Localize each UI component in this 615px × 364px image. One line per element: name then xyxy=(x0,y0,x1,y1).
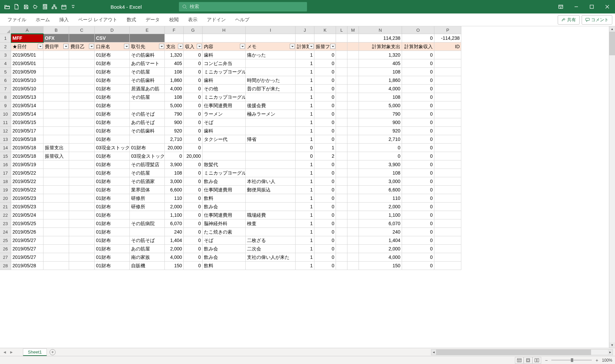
cell[interactable]: 仕事関連費用 xyxy=(203,211,246,219)
cell[interactable]: 0 xyxy=(402,127,434,135)
cell[interactable]: 790 xyxy=(165,110,184,118)
cell[interactable]: 1 xyxy=(296,245,314,253)
cell[interactable]: 0 xyxy=(402,68,434,76)
cell[interactable] xyxy=(246,169,296,177)
close-button[interactable] xyxy=(599,0,615,13)
header-cell[interactable]: 計算対 xyxy=(296,42,314,51)
header-cell[interactable]: 支出 xyxy=(165,42,184,51)
cell[interactable]: 0 xyxy=(184,211,203,219)
cell[interactable] xyxy=(43,236,69,245)
cell[interactable]: 歯科 xyxy=(203,76,246,85)
cell[interactable]: 時間がかかった xyxy=(246,76,296,85)
cell[interactable]: 0 xyxy=(402,262,434,270)
cell[interactable]: 150 xyxy=(359,262,402,270)
cell[interactable] xyxy=(203,144,246,152)
row-header[interactable]: 1 xyxy=(0,34,11,42)
cell[interactable] xyxy=(347,186,359,194)
row-header[interactable]: 7 xyxy=(0,85,11,93)
cell[interactable]: 1 xyxy=(314,144,336,152)
cell[interactable]: 本社の偉い人 xyxy=(246,177,296,186)
cell[interactable]: 0 xyxy=(359,152,402,160)
filter-dropdown-icon[interactable] xyxy=(124,44,129,49)
cell[interactable]: 0 xyxy=(314,110,336,118)
cell[interactable]: 帰省 xyxy=(246,135,296,144)
cell[interactable] xyxy=(347,101,359,110)
filter-dropdown-icon[interactable] xyxy=(197,44,202,49)
cell[interactable]: 0 xyxy=(402,160,434,169)
cell[interactable] xyxy=(246,152,296,160)
cell[interactable] xyxy=(203,34,246,42)
cell[interactable]: 2019/05/01 xyxy=(11,59,43,68)
cell[interactable]: 01財布 xyxy=(95,228,130,236)
cell[interactable] xyxy=(246,160,296,169)
header-cell[interactable]: 費目甲 xyxy=(43,42,69,51)
cell[interactable] xyxy=(43,110,69,118)
cell[interactable]: 0 xyxy=(184,51,203,59)
cell[interactable] xyxy=(336,236,347,245)
cell[interactable]: 2019/05/22 xyxy=(11,177,43,186)
cell[interactable]: 0 xyxy=(402,186,434,194)
cell[interactable]: 0 xyxy=(314,135,336,144)
cell[interactable] xyxy=(43,203,69,211)
zoom-slider[interactable] xyxy=(551,360,592,361)
cell[interactable]: 0 xyxy=(184,169,203,177)
header-cell[interactable]: メモ xyxy=(246,42,296,51)
cell[interactable] xyxy=(336,85,347,93)
cell[interactable]: 脳神経外科 xyxy=(203,219,246,228)
cell[interactable]: 920 xyxy=(359,127,402,135)
cell[interactable]: 108 xyxy=(359,93,402,101)
cell[interactable]: 5,000 xyxy=(165,101,184,110)
cell[interactable] xyxy=(69,186,95,194)
cell[interactable]: 1 xyxy=(296,76,314,85)
cell[interactable] xyxy=(296,34,314,42)
maximize-button[interactable] xyxy=(584,0,599,13)
cell[interactable] xyxy=(69,118,95,127)
cell[interactable] xyxy=(347,127,359,135)
cell[interactable] xyxy=(69,68,95,76)
ribbon-tab[interactable]: 挿入 xyxy=(55,13,73,26)
cell[interactable]: 900 xyxy=(165,118,184,127)
horizontal-scroll-thumb[interactable] xyxy=(436,350,591,355)
cell[interactable] xyxy=(434,194,461,203)
cell[interactable] xyxy=(434,236,461,245)
cell[interactable] xyxy=(434,68,461,76)
cell[interactable] xyxy=(336,135,347,144)
cell[interactable]: その筋屋 xyxy=(130,68,165,76)
cell[interactable]: 240 xyxy=(165,228,184,236)
row-header[interactable]: 26 xyxy=(0,245,11,253)
cell[interactable]: 6,600 xyxy=(359,186,402,194)
cell[interactable]: 研修所 xyxy=(130,194,165,203)
cell[interactable]: 1 xyxy=(296,93,314,101)
cell[interactable]: 2,000 xyxy=(165,203,184,211)
cell[interactable]: 6,600 xyxy=(165,186,184,194)
cell[interactable]: 飲料 xyxy=(203,262,246,270)
cell[interactable]: 0 xyxy=(402,135,434,144)
cell[interactable] xyxy=(69,110,95,118)
cell[interactable]: 0 xyxy=(402,245,434,253)
cell[interactable]: 0 xyxy=(402,236,434,245)
cell[interactable]: 20,000 xyxy=(165,144,184,152)
cell[interactable]: 1 xyxy=(296,85,314,93)
cell[interactable] xyxy=(347,194,359,203)
cell[interactable]: 6,070 xyxy=(165,219,184,228)
cell[interactable]: 01財布 xyxy=(95,152,130,160)
column-header[interactable]: E xyxy=(130,26,165,34)
cell[interactable] xyxy=(69,169,95,177)
cell[interactable]: 0 xyxy=(296,152,314,160)
cell[interactable]: 4,000 xyxy=(359,253,402,262)
column-header[interactable]: H xyxy=(203,26,246,34)
cell[interactable]: 2019/05/22 xyxy=(11,186,43,194)
cell[interactable]: 2019/05/10 xyxy=(11,85,43,93)
cell[interactable] xyxy=(347,135,359,144)
cell[interactable]: 2019/05/14 xyxy=(11,101,43,110)
cell[interactable] xyxy=(347,144,359,152)
cell[interactable]: 1 xyxy=(296,51,314,59)
cell[interactable] xyxy=(336,34,347,42)
cell[interactable] xyxy=(246,144,296,152)
cell[interactable]: 歯科 xyxy=(203,127,246,135)
cell[interactable]: 01財布 xyxy=(95,51,130,59)
row-header[interactable]: 22 xyxy=(0,211,11,219)
row-header[interactable]: 24 xyxy=(0,228,11,236)
cell[interactable]: 1 xyxy=(296,110,314,118)
cell[interactable]: 2,710 xyxy=(359,135,402,144)
